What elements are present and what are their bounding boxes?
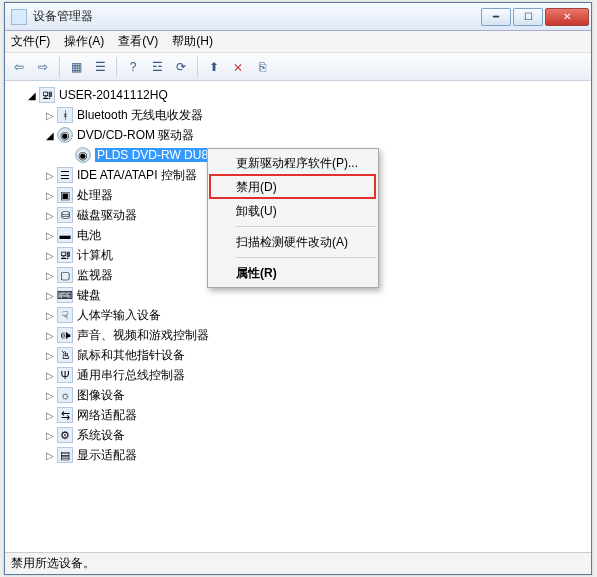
device-manager-window: 设备管理器 ━ ☐ ✕ 文件(F) 操作(A) 查看(V) 帮助(H) ⇦ ⇨ …	[4, 2, 592, 575]
sound-icon: 🕪	[57, 327, 73, 343]
maximize-button[interactable]: ☐	[513, 8, 543, 26]
context-menu: 更新驱动程序软件(P)...禁用(D)卸载(U)扫描检测硬件改动(A)属性(R)	[207, 148, 379, 288]
tree-node-label: 计算机	[77, 247, 113, 264]
menu-view[interactable]: 查看(V)	[118, 33, 158, 50]
tree-node[interactable]: ◢◉DVD/CD-ROM 驱动器	[7, 125, 591, 145]
hid-icon: ☟	[57, 307, 73, 323]
tree-node-label: 声音、视频和游戏控制器	[77, 327, 209, 344]
tree-node-label: 键盘	[77, 287, 101, 304]
menu-help[interactable]: 帮助(H)	[172, 33, 213, 50]
close-button[interactable]: ✕	[545, 8, 589, 26]
expand-arrow-icon[interactable]: ▷	[43, 270, 57, 281]
tree-node-label: 处理器	[77, 187, 113, 204]
tree-node-label: 网络适配器	[77, 407, 137, 424]
toolbar-divider	[59, 57, 60, 77]
tree-node[interactable]: ▷☟人体学输入设备	[7, 305, 591, 325]
expand-arrow-icon[interactable]: ◢	[25, 90, 39, 101]
expand-arrow-icon[interactable]: ▷	[43, 230, 57, 241]
menubar: 文件(F) 操作(A) 查看(V) 帮助(H)	[5, 31, 591, 53]
context-menu-scan-hardware[interactable]: 扫描检测硬件改动(A)	[208, 230, 378, 254]
expand-arrow-icon[interactable]: ▷	[43, 310, 57, 321]
expand-arrow-icon[interactable]: ▷	[43, 330, 57, 341]
system-device-icon: ⚙	[57, 427, 73, 443]
tree-node[interactable]: ▷Ψ通用串行总线控制器	[7, 365, 591, 385]
tree-node[interactable]: ▷▤显示适配器	[7, 445, 591, 465]
window-title: 设备管理器	[33, 8, 481, 25]
expand-arrow-icon[interactable]: ▷	[43, 430, 57, 441]
bluetooth-icon: ᚼ	[57, 107, 73, 123]
tree-node-label: 显示适配器	[77, 447, 137, 464]
uninstall-button[interactable]: ⎘	[252, 57, 272, 77]
expand-arrow-icon[interactable]: ▷	[43, 110, 57, 121]
ide-controller-icon: ☰	[57, 167, 73, 183]
expand-arrow-icon[interactable]: ▷	[43, 170, 57, 181]
update-driver-button[interactable]: ⬆	[204, 57, 224, 77]
expand-arrow-icon[interactable]: ▷	[43, 450, 57, 461]
help-button[interactable]: ?	[123, 57, 143, 77]
computer-icon: 🖳	[57, 247, 73, 263]
grid-view-button[interactable]: ▦	[66, 57, 86, 77]
computer-root-icon: 🖳	[39, 87, 55, 103]
tree-node-label: 系统设备	[77, 427, 125, 444]
optical-drive-icon: ◉	[75, 147, 91, 163]
display-adapter-icon: ▤	[57, 447, 73, 463]
expand-arrow-icon[interactable]: ◢	[43, 130, 57, 141]
toolbar: ⇦ ⇨ ▦ ☰ ? ☲ ⟳ ⬆ ⨯ ⎘	[5, 53, 591, 81]
menu-file[interactable]: 文件(F)	[11, 33, 50, 50]
tree-node[interactable]: ◢🖳USER-20141112HQ	[7, 85, 591, 105]
usb-icon: Ψ	[57, 367, 73, 383]
expand-arrow-icon[interactable]: ▷	[43, 250, 57, 261]
tree-node[interactable]: ▷🖯鼠标和其他指针设备	[7, 345, 591, 365]
tree-node-label: IDE ATA/ATAPI 控制器	[77, 167, 197, 184]
tree-node-label: USER-20141112HQ	[59, 88, 168, 102]
menu-action[interactable]: 操作(A)	[64, 33, 104, 50]
context-menu-disable[interactable]: 禁用(D)	[208, 175, 378, 199]
context-menu-uninstall[interactable]: 卸载(U)	[208, 199, 378, 223]
statusbar: 禁用所选设备。	[5, 552, 591, 574]
toolbar-divider	[116, 57, 117, 77]
tree-node-label: 监视器	[77, 267, 113, 284]
refresh-button[interactable]: ⟳	[171, 57, 191, 77]
back-button[interactable]: ⇦	[9, 57, 29, 77]
expand-arrow-icon[interactable]: ▷	[43, 210, 57, 221]
titlebar: 设备管理器 ━ ☐ ✕	[5, 3, 591, 31]
tree-node[interactable]: ▷☼图像设备	[7, 385, 591, 405]
expand-arrow-icon[interactable]: ▷	[43, 410, 57, 421]
tree-node[interactable]: ▷ᚼBluetooth 无线电收发器	[7, 105, 591, 125]
expand-arrow-icon[interactable]: ▷	[43, 190, 57, 201]
tree-node-label: 磁盘驱动器	[77, 207, 137, 224]
imaging-icon: ☼	[57, 387, 73, 403]
tree-node[interactable]: ▷⇆网络适配器	[7, 405, 591, 425]
tree-node-label: 鼠标和其他指针设备	[77, 347, 185, 364]
processor-icon: ▣	[57, 187, 73, 203]
disable-device-button[interactable]: ⨯	[228, 57, 248, 77]
disk-drive-icon: ⛁	[57, 207, 73, 223]
mouse-icon: 🖯	[57, 347, 73, 363]
forward-button[interactable]: ⇨	[33, 57, 53, 77]
optical-drive-icon: ◉	[57, 127, 73, 143]
tree-node[interactable]: ▷🕪声音、视频和游戏控制器	[7, 325, 591, 345]
tree-node-label: Bluetooth 无线电收发器	[77, 107, 203, 124]
tree-node[interactable]: ▷⚙系统设备	[7, 425, 591, 445]
expand-arrow-icon[interactable]: ▷	[43, 290, 57, 301]
tree-node-label: 人体学输入设备	[77, 307, 161, 324]
expand-arrow-icon[interactable]: ▷	[43, 370, 57, 381]
context-menu-properties[interactable]: 属性(R)	[208, 261, 378, 285]
context-menu-update-driver[interactable]: 更新驱动程序软件(P)...	[208, 151, 378, 175]
tree-node-label: 通用串行总线控制器	[77, 367, 185, 384]
battery-icon: ▬	[57, 227, 73, 243]
tree-view-button[interactable]: ☰	[90, 57, 110, 77]
tree-node-label: DVD/CD-ROM 驱动器	[77, 127, 194, 144]
expand-arrow-icon[interactable]: ▷	[43, 350, 57, 361]
minimize-button[interactable]: ━	[481, 8, 511, 26]
keyboard-icon: ⌨	[57, 287, 73, 303]
status-text: 禁用所选设备。	[11, 555, 95, 572]
monitor-icon: ▢	[57, 267, 73, 283]
expand-arrow-icon[interactable]: ▷	[43, 390, 57, 401]
network-adapter-icon: ⇆	[57, 407, 73, 423]
tree-node-label: 图像设备	[77, 387, 125, 404]
app-icon	[11, 9, 27, 25]
tree-node[interactable]: ▷⌨键盘	[7, 285, 591, 305]
window-buttons: ━ ☐ ✕	[481, 8, 589, 26]
list-button[interactable]: ☲	[147, 57, 167, 77]
